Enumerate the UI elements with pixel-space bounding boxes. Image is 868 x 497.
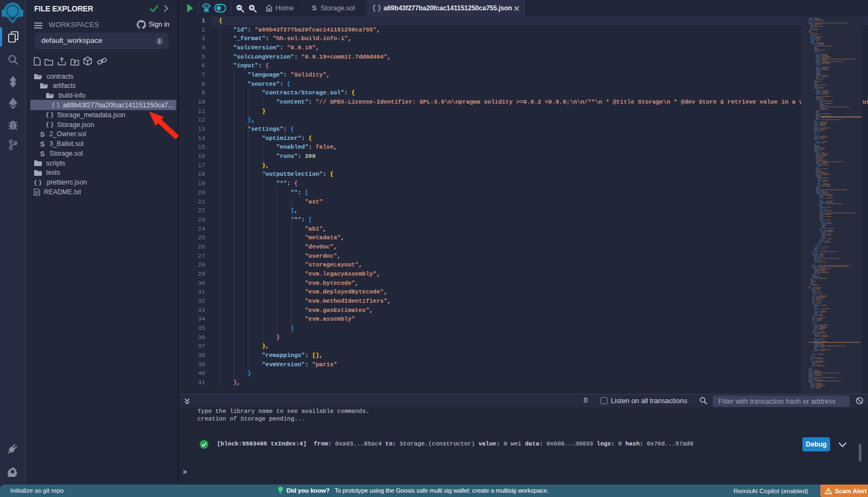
svg-text:{ }: { } <box>34 180 41 186</box>
svg-text:{ }: { } <box>46 122 53 128</box>
svg-text:S: S <box>40 141 44 148</box>
svg-text:{ }: { } <box>52 102 59 109</box>
svg-text:{ }: { } <box>46 112 53 118</box>
svg-text:S: S <box>40 150 44 157</box>
svg-text:S: S <box>40 131 44 138</box>
